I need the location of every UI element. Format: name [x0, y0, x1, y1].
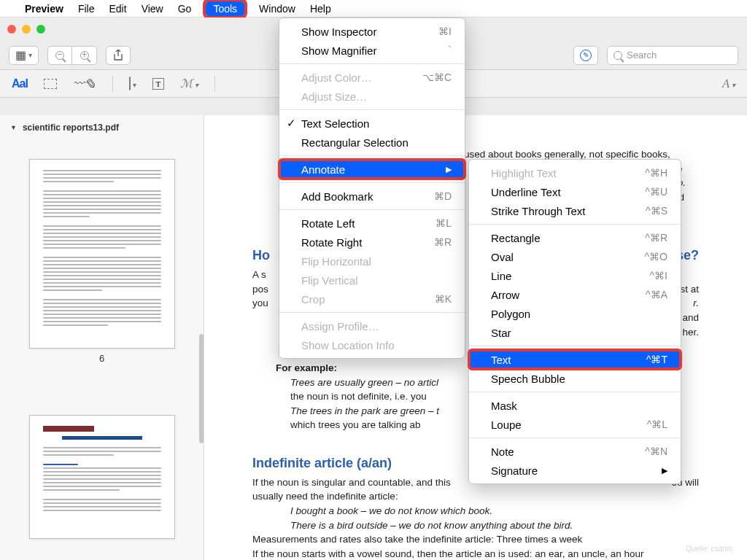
menu-mask[interactable]: Mask — [469, 396, 681, 415]
sketch-tool[interactable]: 〰✎ — [73, 77, 96, 90]
minimize-window-icon[interactable] — [22, 25, 31, 34]
sidebar-toggle-button[interactable]: ▦▾ — [9, 46, 39, 65]
menu-view[interactable]: View — [142, 3, 163, 15]
sidebar-scrollbar[interactable] — [199, 334, 204, 443]
menu-flip-vertical: Flip Vertical — [279, 271, 465, 289]
search-input[interactable]: Search — [607, 46, 738, 65]
document-filename: scientific reports13.pdf — [23, 122, 119, 133]
annotate-submenu: Highlight Text^⌘H Underline Text^⌘U Stri… — [468, 159, 681, 484]
search-placeholder: Search — [627, 50, 657, 61]
font-style-popup[interactable]: A▾ — [722, 77, 735, 90]
watermark: Quelle: csdnm — [686, 545, 732, 553]
menu-edit[interactable]: Edit — [109, 3, 127, 15]
menu-line[interactable]: Line^⌘I — [469, 266, 681, 285]
menu-arrow[interactable]: Arrow^⌘A — [469, 285, 681, 304]
menu-underline-text[interactable]: Underline Text^⌘U — [469, 182, 681, 201]
menu-rotate-left[interactable]: Rotate Left⌘L — [279, 214, 465, 233]
menu-tools[interactable]: Tools — [206, 1, 244, 16]
menu-go[interactable]: Go — [178, 3, 192, 15]
menu-rotate-right[interactable]: Rotate Right⌘R — [279, 233, 465, 252]
menu-adjust-size: Adjust Size… — [279, 87, 465, 106]
submenu-arrow-icon: ▶ — [643, 466, 667, 475]
menu-oval[interactable]: Oval^⌘O — [469, 247, 681, 266]
page-thumbnail-label: 6 — [10, 353, 193, 364]
close-window-icon[interactable] — [7, 25, 16, 34]
menu-star[interactable]: Star — [469, 323, 681, 342]
menu-highlight-text: Highlight Text^⌘H — [469, 163, 681, 182]
page-thumbnail-7[interactable] — [29, 415, 175, 539]
app-name[interactable]: Preview — [25, 3, 63, 15]
shapes-tool[interactable]: ▾ — [129, 77, 136, 90]
menu-show-magnifier[interactable]: Show Magnifier` — [279, 41, 465, 60]
system-menubar: Preview File Edit View Go Tools Window H… — [0, 0, 747, 18]
menu-polygon[interactable]: Polygon — [469, 304, 681, 323]
menu-strike-text[interactable]: Strike Through Text^⌘S — [469, 201, 681, 220]
markup-toggle-button[interactable]: ✎ — [573, 46, 598, 65]
menu-adjust-color: Adjust Color…⌥⌘C — [279, 68, 465, 87]
signature-tool[interactable]: ℳ▾ — [180, 77, 198, 90]
share-button[interactable] — [106, 46, 131, 65]
sidebar-doc-header[interactable]: ▼ scientific reports13.pdf — [10, 121, 193, 140]
menu-window[interactable]: Window — [259, 3, 295, 15]
menu-signature[interactable]: Signature▶ — [469, 461, 681, 480]
selection-tool[interactable] — [44, 79, 57, 89]
menu-help[interactable]: Help — [310, 3, 331, 15]
menu-rectangle[interactable]: Rectangle^⌘R — [469, 228, 681, 247]
disclosure-triangle-icon[interactable]: ▼ — [10, 124, 17, 131]
menu-speech-bubble[interactable]: Speech Bubble — [469, 369, 681, 388]
tools-dropdown-menu: Show Inspector⌘I Show Magnifier` Adjust … — [279, 18, 465, 359]
menu-flip-horizontal: Flip Horizontal — [279, 252, 465, 271]
thumbnail-sidebar: ▼ scientific reports13.pdf 6 — [0, 115, 204, 560]
menu-add-bookmark[interactable]: Add Bookmark⌘D — [279, 187, 465, 206]
zoom-in-button[interactable] — [72, 46, 97, 65]
menu-note[interactable]: Note^⌘N — [469, 442, 681, 461]
page-thumbnail-6[interactable] — [29, 159, 175, 349]
menu-annotate[interactable]: Annotate▶ — [279, 160, 465, 179]
menu-assign-profile: Assign Profile… — [279, 316, 465, 335]
search-icon — [614, 51, 622, 60]
text-box-tool[interactable]: T — [152, 78, 164, 90]
menu-loupe[interactable]: Loupe^⌘L — [469, 415, 681, 434]
checkmark-icon: ✓ — [287, 117, 296, 130]
menu-text[interactable]: Text^⌘T — [469, 350, 681, 369]
menu-file[interactable]: File — [78, 3, 95, 15]
submenu-arrow-icon: ▶ — [427, 165, 452, 174]
fullscreen-window-icon[interactable] — [36, 25, 45, 34]
menu-text-selection[interactable]: ✓Text Selection — [279, 114, 465, 133]
menu-rectangular-selection[interactable]: Rectangular Selection — [279, 133, 465, 152]
menu-show-location: Show Location Info — [279, 335, 465, 354]
menu-show-inspector[interactable]: Show Inspector⌘I — [279, 22, 465, 41]
menu-crop: Crop⌘K — [279, 289, 465, 308]
zoom-out-button[interactable] — [47, 46, 72, 65]
text-style-tool[interactable]: AaI — [12, 77, 28, 90]
